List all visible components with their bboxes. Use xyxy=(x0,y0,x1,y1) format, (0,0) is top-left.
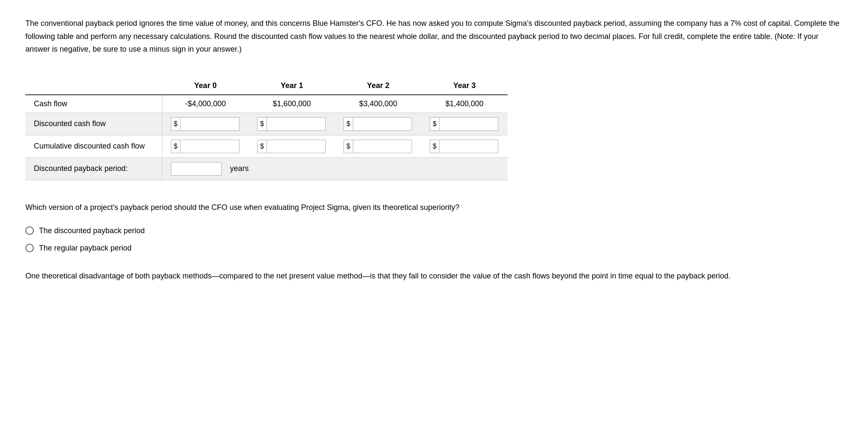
dcf-year3-dollar: $ xyxy=(430,117,439,131)
question-content: Which version of a project's payback per… xyxy=(25,203,459,212)
intro-paragraph: The conventional payback period ignores … xyxy=(25,17,843,56)
dcf-year1-dollar: $ xyxy=(257,117,266,131)
header-label-col xyxy=(25,77,162,95)
cdcf-year0-input[interactable] xyxy=(180,140,239,153)
dcf-year2-dollar: $ xyxy=(343,117,353,131)
dcf-year1-cell: $ xyxy=(249,113,335,135)
cash-flow-year0: -$4,000,000 xyxy=(162,95,249,113)
cdcf-year3-input-group: $ xyxy=(430,140,499,153)
payback-period-input[interactable] xyxy=(171,162,222,176)
cumulative-discounted-cash-flow-row: Cumulative discounted cash flow $ $ $ xyxy=(25,135,508,157)
cash-flow-label: Cash flow xyxy=(25,95,162,113)
cdcf-year3-input[interactable] xyxy=(439,140,498,153)
cdcf-year1-input-group: $ xyxy=(257,140,327,153)
radio-label-2: The regular payback period xyxy=(39,244,132,253)
cash-flow-year3: $1,400,000 xyxy=(421,95,508,113)
cash-flow-year1: $1,600,000 xyxy=(249,95,335,113)
header-year3: Year 3 xyxy=(421,77,508,95)
cdcf-year0-dollar: $ xyxy=(171,140,180,153)
years-label: years xyxy=(230,164,249,173)
payback-period-cell: years xyxy=(162,157,508,180)
cdcf-year1-dollar: $ xyxy=(257,140,266,153)
radio-option-1[interactable]: The discounted payback period xyxy=(25,226,843,235)
payback-period-label: Discounted payback period: xyxy=(25,157,162,180)
dcf-year2-cell: $ xyxy=(335,113,421,135)
cdcf-year0-cell: $ xyxy=(162,135,249,157)
dcf-year1-input[interactable] xyxy=(266,117,326,131)
radio-circle-1[interactable] xyxy=(25,226,34,235)
cdcf-year0-input-group: $ xyxy=(171,140,240,153)
cdcf-year1-input[interactable] xyxy=(266,140,326,153)
cdcf-year3-cell: $ xyxy=(421,135,508,157)
radio-option-2[interactable]: The regular payback period xyxy=(25,244,843,253)
footer-content: One theoretical disadvantage of both pay… xyxy=(25,272,731,280)
cdcf-year3-dollar: $ xyxy=(430,140,439,153)
intro-text: The conventional payback period ignores … xyxy=(25,19,840,53)
dcf-year0-input[interactable] xyxy=(180,117,239,131)
dcf-year2-input[interactable] xyxy=(353,117,412,131)
question-text: Which version of a project's payback per… xyxy=(25,201,843,214)
cumulative-dcf-label: Cumulative discounted cash flow xyxy=(25,135,162,157)
discounted-cash-flow-label: Discounted cash flow xyxy=(25,113,162,135)
cdcf-year2-input-group: $ xyxy=(343,140,413,153)
discounted-payback-period-row: Discounted payback period: years xyxy=(25,157,508,180)
cash-flow-year2: $3,400,000 xyxy=(335,95,421,113)
table-section: Year 0 Year 1 Year 2 Year 3 Cash flow -$… xyxy=(25,77,843,180)
radio-group: The discounted payback period The regula… xyxy=(25,226,843,253)
cdcf-year1-cell: $ xyxy=(249,135,335,157)
cash-flow-row: Cash flow -$4,000,000 $1,600,000 $3,400,… xyxy=(25,95,508,113)
dcf-year2-input-group: $ xyxy=(343,117,413,131)
cash-flow-table: Year 0 Year 1 Year 2 Year 3 Cash flow -$… xyxy=(25,77,508,180)
header-year1: Year 1 xyxy=(249,77,335,95)
cdcf-year2-input[interactable] xyxy=(353,140,412,153)
payback-period-input-group: years xyxy=(171,162,499,176)
dcf-year0-input-group: $ xyxy=(171,117,240,131)
cdcf-year2-dollar: $ xyxy=(343,140,353,153)
dcf-year3-input-group: $ xyxy=(430,117,499,131)
table-header-row: Year 0 Year 1 Year 2 Year 3 xyxy=(25,77,508,95)
header-year0: Year 0 xyxy=(162,77,249,95)
header-year2: Year 2 xyxy=(335,77,421,95)
dcf-year3-cell: $ xyxy=(421,113,508,135)
radio-label-1: The discounted payback period xyxy=(39,226,145,235)
dcf-year0-dollar: $ xyxy=(171,117,180,131)
radio-circle-2[interactable] xyxy=(25,244,34,252)
cdcf-year2-cell: $ xyxy=(335,135,421,157)
dcf-year0-cell: $ xyxy=(162,113,249,135)
discounted-cash-flow-row: Discounted cash flow $ $ $ xyxy=(25,113,508,135)
footer-text: One theoretical disadvantage of both pay… xyxy=(25,270,843,283)
dcf-year1-input-group: $ xyxy=(257,117,327,131)
dcf-year3-input[interactable] xyxy=(439,117,498,131)
